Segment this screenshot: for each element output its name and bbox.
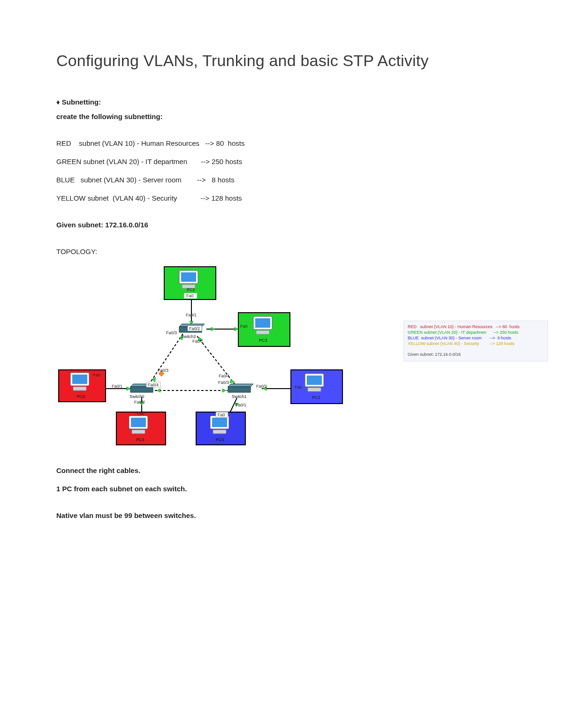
svg-rect-53 [307, 375, 322, 385]
legend-blue: BLUE subnet (VLAN 30) - Server room --> … [408, 336, 511, 340]
svg-text:PC0: PC0 [77, 394, 85, 399]
svg-text:Fa0: Fa0 [295, 385, 302, 390]
svg-rect-47 [213, 430, 226, 434]
svg-marker-13 [152, 377, 156, 382]
svg-text:Fa0/3: Fa0/3 [218, 380, 229, 385]
pc3-group: PC3 Fa0 [238, 313, 290, 346]
svg-marker-17 [222, 389, 226, 392]
trunk-sw2-sw0 [149, 334, 183, 384]
subnetting-label-text: ♦ Subnetting: [56, 98, 101, 106]
svg-text:PC4: PC4 [136, 437, 145, 442]
svg-rect-21 [181, 272, 196, 282]
svg-marker-16 [157, 389, 160, 392]
svg-text:Fa0/4: Fa0/4 [148, 383, 159, 387]
svg-marker-3 [235, 327, 238, 331]
pc0-group: PC0 Fa0 [59, 370, 106, 402]
svg-text:PC2: PC2 [187, 287, 195, 292]
svg-text:Fa0: Fa0 [240, 324, 248, 329]
svg-rect-34 [72, 375, 87, 384]
svg-text:Fa0/3: Fa0/3 [158, 368, 168, 373]
svg-text:Fa0/1: Fa0/1 [236, 403, 246, 407]
svg-marker-5 [127, 387, 130, 390]
one-pc-line: 1 PC from each subnet on each switch. [56, 485, 507, 493]
topology-label: TOPOLOGY: [56, 248, 507, 255]
legend-yellow: YELLOW subnet (VLAN 40) - Security --> 1… [408, 341, 514, 346]
svg-rect-54 [308, 388, 321, 391]
svg-text:Switch1: Switch1 [232, 394, 247, 399]
subnet-yellow: YELLOW subnet (VLAN 40) - Security --> 1… [56, 194, 507, 202]
svg-text:PC5: PC5 [216, 437, 224, 442]
svg-text:Fa0/2: Fa0/2 [189, 326, 200, 331]
svg-text:Fa0/1: Fa0/1 [112, 384, 122, 389]
native-vlan-line: Native vlan must be 99 between switches. [56, 511, 507, 519]
legend-card: RED subnet (VLAN 10) - Human Resources -… [403, 321, 548, 361]
legend-given-subnet: Given subnet: 172.16.0.0/16 [408, 352, 544, 357]
pc5-group: PC5 Fa0 [196, 412, 245, 445]
subnet-green: GREEN subnet (VLAN 20) - IT departmen --… [56, 158, 507, 165]
svg-text:Fa0/4: Fa0/4 [219, 374, 229, 378]
svg-rect-40 [131, 418, 146, 427]
subnet-blue: BLUE subnet (VLAN 30) - Server room --> … [56, 176, 507, 184]
svg-text:Fa0/3: Fa0/3 [166, 330, 177, 335]
pc4-group: PC4 Fa0 [116, 411, 166, 445]
svg-text:PC3: PC3 [259, 338, 267, 343]
pc2-group: PC2 Fa0 [164, 267, 216, 300]
svg-text:Fa0: Fa0 [137, 411, 145, 416]
svg-text:Fa0/1: Fa0/1 [192, 339, 203, 344]
svg-text:Fa0/1: Fa0/1 [186, 313, 197, 317]
given-subnet: Given subnet: 172.16.0.0/16 [56, 221, 507, 229]
svg-rect-35 [73, 387, 86, 390]
svg-text:Fa0/2: Fa0/2 [134, 400, 145, 405]
subnetting-heading: ♦ Subnetting: [56, 98, 507, 106]
svg-rect-61 [130, 387, 153, 392]
svg-marker-2 [211, 327, 215, 331]
legend-green: GREEN subnet (VLAN 20) - IT departmen --… [408, 330, 518, 335]
svg-text:PC1: PC1 [312, 395, 320, 400]
svg-text:Switch0: Switch0 [129, 394, 145, 399]
svg-rect-64 [228, 387, 251, 392]
pc1-group: PC1 Fa0 [291, 370, 342, 404]
svg-rect-41 [132, 430, 145, 434]
page-title: Configuring VLANs, Trunking and basic ST… [56, 52, 507, 70]
svg-rect-46 [212, 418, 227, 427]
svg-text:Fa0: Fa0 [218, 413, 225, 417]
switch1: Switch1 [228, 384, 253, 399]
svg-rect-28 [255, 318, 270, 328]
svg-text:Fa0: Fa0 [186, 293, 194, 298]
create-subnetting-line: create the following subnetting: [56, 113, 507, 120]
svg-text:Fa0/2: Fa0/2 [256, 384, 267, 389]
svg-marker-63 [228, 384, 253, 387]
svg-text:Switch2: Switch2 [181, 334, 196, 339]
svg-text:Fa0: Fa0 [93, 373, 100, 377]
svg-rect-29 [256, 330, 269, 334]
subnet-red: RED subnet (VLAN 10) - Human Resources -… [56, 139, 507, 147]
connect-cables-line: Connect the right cables. [56, 466, 507, 474]
legend-red: RED subnet (VLAN 10) - Human Resources -… [408, 324, 519, 329]
